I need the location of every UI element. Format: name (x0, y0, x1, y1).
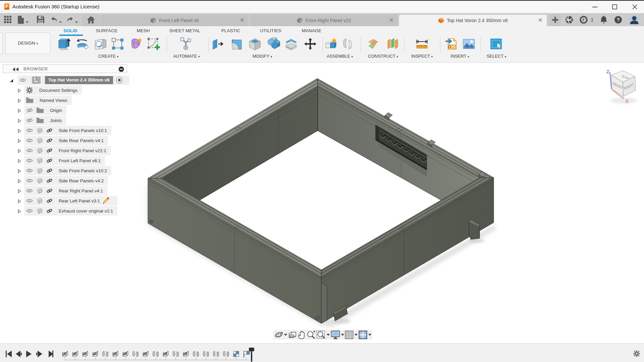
svg-text:?: ? (616, 17, 620, 22)
svg-text:X: X (625, 98, 629, 104)
svg-text:SVG: SVG (448, 45, 455, 49)
svg-text:Z: Z (606, 69, 609, 74)
